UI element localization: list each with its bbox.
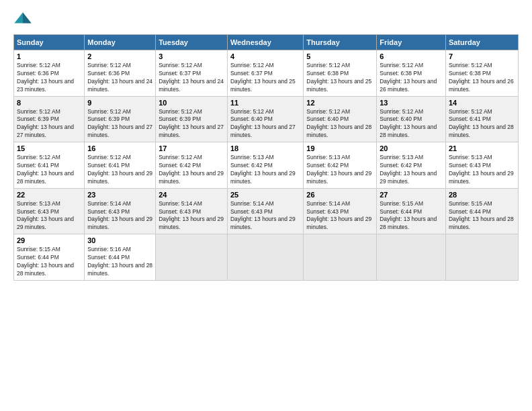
day-number: 21: [449, 144, 515, 152]
calendar-cell: 11Sunrise: 5:12 AMSunset: 6:40 PMDayligh…: [227, 96, 303, 142]
day-header-saturday: Saturday: [445, 35, 518, 50]
calendar-cell: 3Sunrise: 5:12 AMSunset: 6:37 PMDaylight…: [156, 50, 228, 97]
calendar-cell: 26Sunrise: 5:14 AMSunset: 6:43 PMDayligh…: [304, 188, 377, 234]
day-info: Sunrise: 5:13 AMSunset: 6:43 PMDaylight:…: [449, 154, 515, 186]
day-info: Sunrise: 5:15 AMSunset: 6:44 PMDaylight:…: [380, 200, 443, 232]
calendar-cell: [377, 234, 446, 281]
day-info: Sunrise: 5:12 AMSunset: 6:41 PMDaylight:…: [449, 108, 515, 140]
day-number: 29: [17, 236, 81, 244]
calendar-cell: 13Sunrise: 5:12 AMSunset: 6:40 PMDayligh…: [377, 96, 446, 142]
day-number: 27: [380, 191, 443, 199]
day-number: 30: [87, 236, 152, 244]
day-number: 23: [87, 191, 152, 199]
calendar-cell: 7Sunrise: 5:12 AMSunset: 6:38 PMDaylight…: [445, 50, 518, 97]
day-info: Sunrise: 5:14 AMSunset: 6:43 PMDaylight:…: [159, 200, 224, 232]
day-info: Sunrise: 5:12 AMSunset: 6:41 PMDaylight:…: [17, 154, 81, 186]
week-row-5: 29Sunrise: 5:15 AMSunset: 6:44 PMDayligh…: [14, 234, 519, 281]
calendar-cell: [227, 234, 303, 281]
calendar-cell: 9Sunrise: 5:12 AMSunset: 6:39 PMDaylight…: [85, 96, 156, 142]
day-info: Sunrise: 5:12 AMSunset: 6:37 PMDaylight:…: [230, 62, 300, 94]
calendar-cell: 4Sunrise: 5:12 AMSunset: 6:37 PMDaylight…: [227, 50, 303, 97]
day-number: 9: [87, 99, 152, 107]
day-number: 16: [87, 144, 152, 152]
day-number: 20: [380, 144, 443, 152]
week-row-3: 15Sunrise: 5:12 AMSunset: 6:41 PMDayligh…: [14, 142, 519, 189]
day-info: Sunrise: 5:15 AMSunset: 6:44 PMDaylight:…: [449, 200, 515, 232]
calendar-cell: 20Sunrise: 5:13 AMSunset: 6:42 PMDayligh…: [377, 142, 446, 189]
day-info: Sunrise: 5:12 AMSunset: 6:41 PMDaylight:…: [87, 154, 152, 186]
day-number: 28: [449, 191, 515, 199]
day-info: Sunrise: 5:12 AMSunset: 6:39 PMDaylight:…: [159, 108, 224, 140]
day-number: 10: [159, 99, 224, 107]
calendar-cell: 6Sunrise: 5:12 AMSunset: 6:38 PMDaylight…: [377, 50, 446, 97]
day-number: 13: [380, 99, 443, 107]
day-info: Sunrise: 5:12 AMSunset: 6:42 PMDaylight:…: [159, 154, 224, 186]
calendar-cell: 29Sunrise: 5:15 AMSunset: 6:44 PMDayligh…: [14, 234, 85, 281]
calendar-table: SundayMondayTuesdayWednesdayThursdayFrid…: [13, 34, 519, 281]
calendar-cell: 18Sunrise: 5:13 AMSunset: 6:42 PMDayligh…: [227, 142, 303, 189]
calendar-cell: 24Sunrise: 5:14 AMSunset: 6:43 PMDayligh…: [156, 188, 228, 234]
calendar-cell: [156, 234, 228, 281]
day-info: Sunrise: 5:12 AMSunset: 6:39 PMDaylight:…: [17, 108, 81, 140]
week-row-4: 22Sunrise: 5:13 AMSunset: 6:43 PMDayligh…: [14, 188, 519, 234]
calendar-cell: 23Sunrise: 5:14 AMSunset: 6:43 PMDayligh…: [85, 188, 156, 234]
day-info: Sunrise: 5:12 AMSunset: 6:40 PMDaylight:…: [230, 108, 300, 140]
day-info: Sunrise: 5:12 AMSunset: 6:39 PMDaylight:…: [87, 108, 152, 140]
day-info: Sunrise: 5:12 AMSunset: 6:40 PMDaylight:…: [380, 108, 443, 140]
calendar-cell: 16Sunrise: 5:12 AMSunset: 6:41 PMDayligh…: [85, 142, 156, 189]
day-number: 5: [306, 52, 373, 60]
week-row-1: 1Sunrise: 5:12 AMSunset: 6:36 PMDaylight…: [14, 50, 519, 97]
calendar-cell: 28Sunrise: 5:15 AMSunset: 6:44 PMDayligh…: [445, 188, 518, 234]
day-number: 19: [306, 144, 373, 152]
calendar-cell: 19Sunrise: 5:13 AMSunset: 6:42 PMDayligh…: [304, 142, 377, 189]
calendar-cell: 5Sunrise: 5:12 AMSunset: 6:38 PMDaylight…: [304, 50, 377, 97]
day-number: 1: [17, 52, 81, 60]
day-number: 15: [17, 144, 81, 152]
calendar-cell: [445, 234, 518, 281]
calendar-cell: 17Sunrise: 5:12 AMSunset: 6:42 PMDayligh…: [156, 142, 228, 189]
calendar-cell: 30Sunrise: 5:16 AMSunset: 6:44 PMDayligh…: [85, 234, 156, 281]
day-number: 24: [159, 191, 224, 199]
calendar-cell: 22Sunrise: 5:13 AMSunset: 6:43 PMDayligh…: [14, 188, 85, 234]
day-header-friday: Friday: [377, 35, 446, 50]
day-number: 12: [306, 99, 373, 107]
day-number: 26: [306, 191, 373, 199]
calendar-cell: 10Sunrise: 5:12 AMSunset: 6:39 PMDayligh…: [156, 96, 228, 142]
header: [13, 10, 519, 29]
svg-marker-1: [23, 13, 32, 24]
day-header-sunday: Sunday: [14, 35, 85, 50]
day-info: Sunrise: 5:13 AMSunset: 6:42 PMDaylight:…: [380, 154, 443, 186]
day-number: 22: [17, 191, 81, 199]
day-number: 3: [159, 52, 224, 60]
calendar-cell: 12Sunrise: 5:12 AMSunset: 6:40 PMDayligh…: [304, 96, 377, 142]
calendar-cell: 21Sunrise: 5:13 AMSunset: 6:43 PMDayligh…: [445, 142, 518, 189]
day-number: 4: [230, 52, 300, 60]
day-number: 25: [230, 191, 300, 199]
day-number: 18: [230, 144, 300, 152]
day-info: Sunrise: 5:13 AMSunset: 6:42 PMDaylight:…: [230, 154, 300, 186]
day-info: Sunrise: 5:12 AMSunset: 6:38 PMDaylight:…: [380, 62, 443, 94]
day-info: Sunrise: 5:15 AMSunset: 6:44 PMDaylight:…: [17, 246, 81, 278]
calendar-cell: 14Sunrise: 5:12 AMSunset: 6:41 PMDayligh…: [445, 96, 518, 142]
calendar-cell: 27Sunrise: 5:15 AMSunset: 6:44 PMDayligh…: [377, 188, 446, 234]
day-number: 11: [230, 99, 300, 107]
calendar-cell: 1Sunrise: 5:12 AMSunset: 6:36 PMDaylight…: [14, 50, 85, 97]
day-info: Sunrise: 5:16 AMSunset: 6:44 PMDaylight:…: [87, 246, 152, 278]
day-info: Sunrise: 5:12 AMSunset: 6:38 PMDaylight:…: [306, 62, 373, 94]
calendar-cell: 8Sunrise: 5:12 AMSunset: 6:39 PMDaylight…: [14, 96, 85, 142]
calendar-cell: 2Sunrise: 5:12 AMSunset: 6:36 PMDaylight…: [85, 50, 156, 97]
day-number: 14: [449, 99, 515, 107]
page: SundayMondayTuesdayWednesdayThursdayFrid…: [0, 0, 532, 411]
day-info: Sunrise: 5:14 AMSunset: 6:43 PMDaylight:…: [87, 200, 152, 232]
calendar-cell: [304, 234, 377, 281]
day-info: Sunrise: 5:13 AMSunset: 6:42 PMDaylight:…: [306, 154, 373, 186]
day-info: Sunrise: 5:12 AMSunset: 6:36 PMDaylight:…: [87, 62, 152, 94]
day-info: Sunrise: 5:13 AMSunset: 6:43 PMDaylight:…: [17, 200, 81, 232]
day-info: Sunrise: 5:14 AMSunset: 6:43 PMDaylight:…: [306, 200, 373, 232]
day-info: Sunrise: 5:14 AMSunset: 6:43 PMDaylight:…: [230, 200, 300, 232]
calendar-cell: 25Sunrise: 5:14 AMSunset: 6:43 PMDayligh…: [227, 188, 303, 234]
day-header-tuesday: Tuesday: [156, 35, 228, 50]
day-number: 17: [159, 144, 224, 152]
day-info: Sunrise: 5:12 AMSunset: 6:36 PMDaylight:…: [17, 62, 81, 94]
day-number: 7: [449, 52, 515, 60]
